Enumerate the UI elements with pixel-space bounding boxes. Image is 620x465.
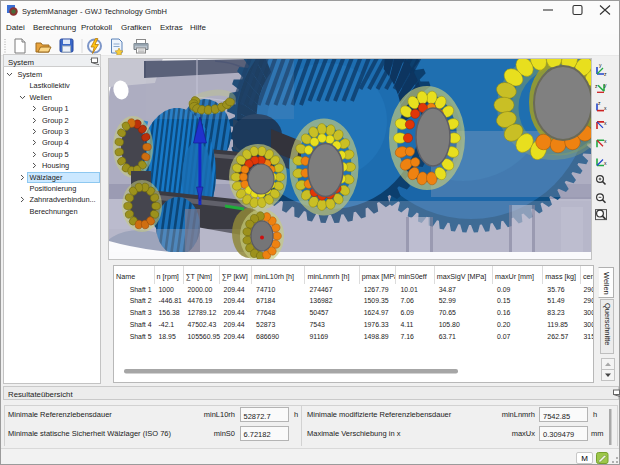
svg-text:x: x (604, 105, 607, 111)
svg-text:x: x (604, 160, 607, 166)
svg-text:z: z (604, 71, 607, 77)
svg-text:y: y (599, 62, 602, 68)
svg-text:x: x (604, 120, 607, 126)
svg-text:z: z (595, 83, 598, 89)
svg-text:x: x (604, 138, 607, 144)
svg-text:z: z (598, 100, 601, 106)
svg-text:y: y (604, 82, 607, 88)
